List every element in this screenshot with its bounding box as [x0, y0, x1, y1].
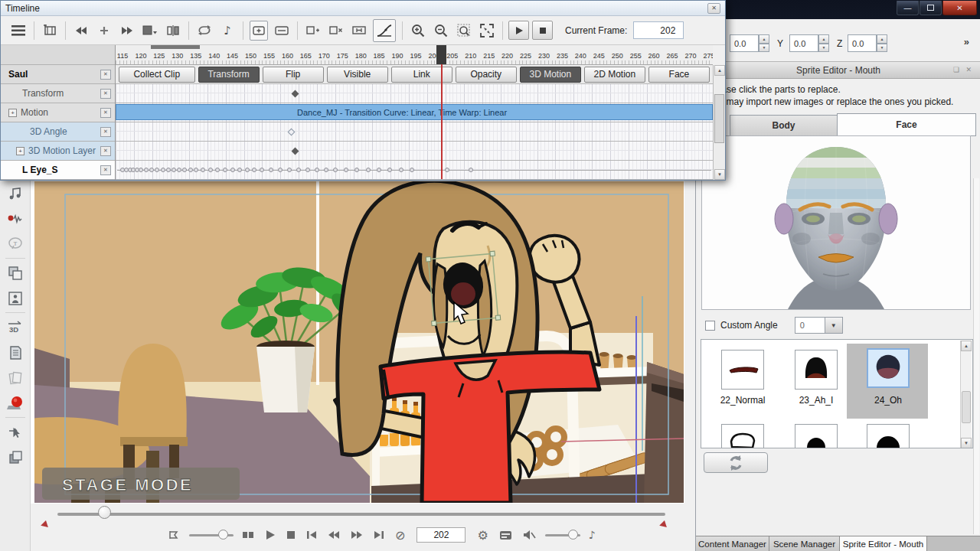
add-track-icon[interactable] — [41, 21, 59, 41]
mark-out-icon[interactable] — [242, 530, 254, 540]
keyframe-marker[interactable] — [305, 168, 310, 172]
keyframe-marker[interactable] — [354, 168, 359, 172]
zoom-out-icon[interactable] — [432, 21, 450, 41]
timeline-titlebar[interactable]: Timeline ✕ — [1, 1, 725, 16]
tab-scene-manager[interactable]: Scene Manager — [769, 536, 840, 551]
keyframe-marker[interactable] — [269, 168, 273, 172]
actor-composer-icon[interactable] — [0, 285, 31, 311]
play-button[interactable] — [265, 530, 276, 540]
text-to-speech-icon[interactable]: T — [0, 231, 31, 256]
lane-motion[interactable]: Dance_MJ - Transition Curve: Linear, Tim… — [116, 103, 713, 122]
keyframe-marker[interactable] — [172, 168, 176, 172]
x-position-field[interactable]: 0.0 — [730, 34, 759, 52]
fast-forward-button[interactable] — [351, 530, 363, 540]
keyframe-marker[interactable] — [166, 168, 171, 172]
keyframe-marker[interactable] — [161, 168, 165, 172]
lane-3d-angle[interactable] — [116, 122, 713, 142]
tab-body[interactable]: Body — [730, 115, 837, 136]
timeline-close-button[interactable]: ✕ — [707, 3, 720, 14]
x-spinner[interactable]: ▲▼ — [759, 34, 769, 52]
track-category-button-opacity[interactable]: Opacity — [456, 67, 517, 83]
track-category-button-flip[interactable]: Flip — [263, 67, 324, 83]
keyframe-marker[interactable] — [324, 168, 328, 172]
remove-track-icon[interactable]: ✕ — [100, 108, 111, 118]
3d-angle-icon[interactable]: 3D — [0, 315, 31, 340]
refresh-sprites-button[interactable] — [704, 452, 768, 473]
remove-track-icon[interactable]: ✕ — [100, 70, 111, 80]
y-spinner[interactable]: ▲▼ — [818, 34, 829, 52]
scroll-up-icon[interactable]: ▲ — [961, 341, 972, 351]
zoom-region-icon[interactable] — [455, 21, 473, 41]
track-header-3d-angle[interactable]: 3D Angle ✕ — [1, 122, 115, 142]
sprite-list-scrollbar[interactable]: ▲ ▼ — [960, 341, 972, 448]
playhead-line[interactable] — [441, 64, 443, 179]
sprite-thumb-oh[interactable] — [867, 348, 910, 388]
next-clip-icon[interactable] — [118, 21, 136, 41]
track-header-transform[interactable]: Transform ✕ — [1, 84, 115, 103]
keyframe-marker[interactable] — [410, 168, 414, 172]
hold-fr ame-icon[interactable] — [350, 21, 368, 41]
timeline-scrollbar[interactable]: ▲ ▼ — [713, 65, 725, 180]
keyframe-marker[interactable] — [387, 168, 392, 172]
track-category-button-2d-motion[interactable]: 2D Motion — [584, 67, 645, 83]
custom-angle-checkbox[interactable] — [705, 321, 715, 331]
keyframe-marker[interactable] — [194, 168, 198, 172]
clip-options-icon[interactable] — [141, 21, 159, 41]
keyframe-marker[interactable] — [182, 168, 187, 172]
track-category-button-link[interactable]: Link — [391, 67, 452, 83]
track-header-l-eye[interactable]: L Eye_S ✕ — [1, 161, 115, 180]
custom-angle-dropdown-arrow[interactable]: ▼ — [825, 317, 843, 334]
track-category-button-visible[interactable]: Visible — [327, 67, 388, 83]
settings-gear-icon[interactable]: ⚙ — [477, 528, 488, 543]
track-header-saul[interactable]: Saul ✕ — [1, 65, 115, 84]
scroll-down-icon[interactable]: ▼ — [714, 169, 725, 180]
custom-angle-value[interactable]: 0 — [795, 317, 825, 334]
motion-clip[interactable]: Dance_MJ - Transition Curve: Linear, Tim… — [116, 104, 713, 120]
add-key-icon[interactable] — [95, 21, 113, 41]
fast-backward-button[interactable] — [328, 530, 340, 540]
frame-view-icon[interactable] — [250, 21, 268, 41]
split-clip-icon[interactable] — [164, 21, 182, 41]
slider-knob[interactable] — [98, 506, 111, 519]
expand-toolbar-chevron[interactable]: » — [964, 36, 969, 47]
playhead-marker[interactable] — [436, 45, 446, 65]
keyframe-marker[interactable] — [296, 168, 301, 172]
keyframe-marker[interactable] — [188, 168, 193, 172]
sprite-thumb-ah[interactable] — [795, 350, 838, 390]
record-button-icon[interactable] — [0, 390, 31, 416]
sprite-thumb-row2[interactable] — [795, 424, 838, 448]
keyframe-marker[interactable] — [139, 168, 143, 172]
insert-frame-icon[interactable] — [304, 21, 322, 41]
keyframe-marker[interactable] — [177, 168, 181, 172]
track-header-3d-motion-layer[interactable]: + 3D Motion Layer ✕ — [1, 142, 115, 161]
mark-in-icon[interactable] — [168, 530, 181, 540]
lane-3d-motion-layer[interactable] — [116, 142, 713, 161]
slider-track[interactable] — [57, 513, 665, 516]
keyframe-marker[interactable] — [288, 129, 296, 136]
pick-move-icon[interactable] — [0, 419, 31, 445]
track-category-button-collect-clip[interactable]: Collect Clip — [119, 67, 195, 83]
scrollbar-thumb[interactable] — [714, 94, 724, 143]
export-video-icon[interactable] — [499, 530, 512, 540]
remove-track-icon[interactable]: ✕ — [100, 146, 111, 156]
track-category-button-transform[interactable]: Transform — [198, 67, 260, 83]
scroll-up-icon[interactable]: ▲ — [714, 65, 725, 76]
sprite-thumb-row2[interactable] — [867, 424, 910, 448]
keyframe-marker[interactable] — [292, 148, 299, 155]
tab-content-manager[interactable]: Content Manager — [696, 536, 769, 551]
zoom-in-icon[interactable] — [409, 21, 427, 41]
lane-transform[interactable] — [116, 84, 713, 103]
remove-track-icon[interactable]: ✕ — [100, 165, 111, 175]
keyframe-marker[interactable] — [399, 168, 403, 172]
panel-menu-icon[interactable]: ❏ — [953, 66, 959, 73]
first-frame-button[interactable] — [306, 530, 317, 540]
preview-range-slider[interactable] — [189, 530, 234, 540]
track-list-menu-icon[interactable] — [9, 21, 28, 41]
record-voice-icon[interactable] — [0, 206, 31, 231]
keyframe-marker[interactable] — [208, 168, 213, 172]
music-track-icon[interactable] — [0, 181, 31, 206]
script-icon[interactable] — [0, 340, 31, 365]
transition-curve-icon[interactable] — [373, 19, 396, 42]
z-position-field[interactable]: 0.0 — [848, 34, 877, 52]
replace-image-icon[interactable] — [0, 260, 31, 285]
